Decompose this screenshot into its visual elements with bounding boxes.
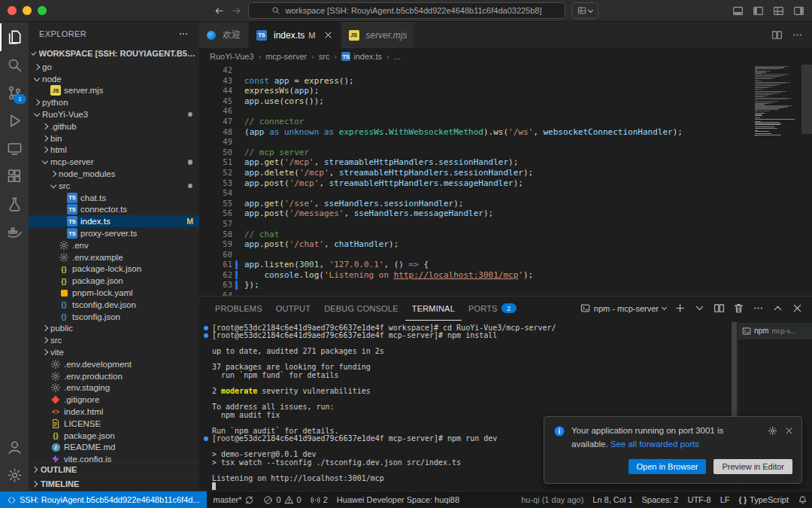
breadcrumb-item-mcp-server[interactable]: mcp-server	[265, 52, 307, 61]
close-window-button[interactable]	[8, 6, 17, 15]
minimize-window-button[interactable]	[23, 6, 32, 15]
chevron-right-icon[interactable]	[40, 136, 50, 141]
code-line[interactable]: 50// mcp server	[199, 148, 753, 158]
editor-scrollbar[interactable]	[801, 65, 812, 134]
tree-item-html[interactable]: html	[29, 144, 199, 157]
command-center[interactable]: workspace [SSH: RouyiAgent.b5cb54dd922e4…	[248, 2, 565, 19]
tree-item-src[interactable]: src	[29, 334, 199, 346]
tree-item-license[interactable]: LICENSE	[29, 418, 199, 430]
forwarded-ports-link[interactable]: See all forwarded ports	[611, 440, 699, 449]
code-line[interactable]: 51app.get('/mcp', streamableHttpHandlers…	[199, 157, 753, 168]
activity-docker-button[interactable]	[0, 218, 29, 246]
code-line[interactable]: 57	[199, 219, 753, 230]
tab-close-icon[interactable]	[323, 30, 333, 40]
breadcrumb-item-index-ts[interactable]: TSindex.ts	[341, 52, 382, 61]
navigate-back-button[interactable]	[214, 5, 225, 17]
code-line[interactable]: 46	[199, 106, 753, 117]
notification-settings-icon[interactable]	[768, 426, 777, 436]
scrollbar-thumb[interactable]	[732, 322, 737, 420]
tab-item[interactable]: 欢迎	[199, 22, 249, 48]
chevron-right-icon[interactable]	[40, 326, 50, 330]
chevron-down-icon[interactable]	[32, 113, 42, 116]
code-line[interactable]: 60	[199, 250, 753, 260]
code-line[interactable]: 49	[199, 137, 753, 148]
code-line[interactable]: 58// chat	[199, 230, 753, 240]
tree-item-tsconfig-json[interactable]: {}tsconfig.json	[29, 311, 199, 323]
toggle-secondary-sidebar-button[interactable]	[793, 5, 804, 17]
chevron-right-icon[interactable]	[32, 100, 42, 105]
tree-item-readme-md[interactable]: iREADME.md	[29, 442, 199, 454]
tree-item-node[interactable]: node	[29, 73, 199, 85]
tree-item-vite[interactable]: vite	[29, 346, 199, 358]
activity-extensions-button[interactable]	[0, 163, 29, 190]
tree-item-env-development[interactable]: .env.development	[29, 358, 199, 370]
panel-tab-ports[interactable]: PORTS2	[462, 297, 523, 321]
tree-item-gitignore[interactable]: .gitignore	[29, 394, 199, 406]
kill-terminal-button[interactable]	[733, 303, 744, 314]
cursor-position-indicator[interactable]: Ln 8, Col 1	[588, 491, 637, 508]
panel-tab-output[interactable]: OUTPUT	[269, 297, 317, 321]
remote-indicator[interactable]: SSH: RouyiAgent.b5cb54dd922e4648b11c6f4d…	[0, 491, 207, 508]
tree-item-server-mjs[interactable]: JSserver.mjs	[29, 85, 199, 97]
layout-dropdown-button[interactable]	[571, 2, 598, 19]
split-editor-button[interactable]	[771, 29, 783, 41]
terminal-more-actions-button[interactable]	[753, 303, 764, 314]
encoding-indicator[interactable]: UTF-8	[683, 491, 715, 508]
code-line[interactable]: 56app.post('/messages', sseHandlers.mess…	[199, 208, 753, 219]
tree-item-public[interactable]: public	[29, 323, 199, 335]
breadcrumb-item-item[interactable]: ...	[394, 52, 401, 61]
maximize-panel-button[interactable]	[772, 303, 783, 314]
tab-index-ts[interactable]: TSindex.tsM	[249, 22, 341, 48]
tree-item-package-json[interactable]: {}package.json	[29, 430, 199, 442]
eol-indicator[interactable]: LF	[716, 491, 735, 508]
editor-more-actions-button[interactable]	[792, 29, 803, 41]
tree-item-index-html[interactable]: <>index.html	[29, 406, 199, 418]
tree-item-node-modules[interactable]: node_modules	[29, 168, 199, 180]
code-line[interactable]: 54	[199, 188, 753, 199]
activity-flask-button[interactable]	[0, 190, 29, 218]
tree-item-vite-config-js[interactable]: vite.config.js	[29, 453, 199, 462]
chevron-right-icon[interactable]	[40, 338, 50, 342]
customize-layout-button[interactable]	[773, 5, 784, 17]
minimap[interactable]	[755, 66, 801, 296]
terminal-launch-profile-button[interactable]	[694, 303, 705, 314]
terminal-tab-item[interactable]: npmmcp-s...	[738, 323, 812, 339]
tree-item-package-lock-json[interactable]: {}package-lock.json	[29, 263, 199, 275]
notification-close-icon[interactable]	[784, 426, 794, 436]
notifications-bell[interactable]	[793, 491, 812, 508]
new-terminal-button[interactable]	[674, 303, 686, 314]
chevron-down-icon[interactable]	[40, 160, 50, 163]
problems-indicator[interactable]: 0 0	[259, 491, 305, 508]
code-line[interactable]: 62 console.log('Listening on http://loca…	[199, 270, 753, 281]
zoom-window-button[interactable]	[38, 6, 47, 15]
activity-debug-button[interactable]	[0, 107, 29, 135]
tree-item-pnpm-lock-yaml[interactable]: pnpm-lock.yaml	[29, 287, 199, 299]
tree-item-package-json[interactable]: {}package.json	[29, 275, 199, 287]
section-outline[interactable]: OUTLINE	[29, 462, 199, 476]
indentation-indicator[interactable]: Spaces: 2	[638, 491, 683, 508]
chevron-right-icon[interactable]	[40, 124, 50, 129]
breadcrumb-item-ruoyi-vue3[interactable]: RuoYi-Vue3	[210, 52, 254, 61]
panel-tab-debug-console[interactable]: DEBUG CONSOLE	[317, 297, 405, 321]
tree-item-proxy-server-ts[interactable]: TSproxy-server.ts	[29, 227, 199, 239]
git-blame-item[interactable]: hu-qi (1 day ago)	[517, 491, 588, 508]
code-line[interactable]: 47// connector	[199, 117, 753, 127]
chevron-down-icon[interactable]	[48, 184, 59, 187]
chevron-right-icon[interactable]	[48, 172, 59, 176]
section-timeline[interactable]: TIMELINE	[29, 476, 199, 491]
tree-item-chat-ts[interactable]: TSchat.ts	[29, 192, 199, 204]
activity-gear-button[interactable]	[0, 461, 29, 489]
huawei-status-item[interactable]: Huawei Developer Space: huqi88	[332, 491, 464, 508]
code-line[interactable]: 61app.listen(3001, '127.0.0.1', () => {	[199, 260, 753, 270]
close-panel-button[interactable]	[792, 303, 803, 314]
terminal-shell-picker[interactable]: npm - mcp-server	[580, 303, 666, 313]
code-line[interactable]: 64	[199, 291, 753, 295]
tree-item-index-ts[interactable]: TSindex.tsM	[29, 215, 199, 227]
tab-server-mjs[interactable]: JSserver.mjs	[341, 22, 416, 48]
activity-account-button[interactable]	[0, 433, 29, 461]
tree-item-connector-ts[interactable]: TSconnector.ts	[29, 204, 199, 216]
tree-item-python[interactable]: python	[29, 96, 199, 108]
split-terminal-button[interactable]	[714, 303, 725, 314]
tree-item-ruoyi-vue3[interactable]: RuoYi-Vue3	[29, 108, 199, 120]
tree-item-env-example[interactable]: .env.example	[29, 251, 199, 263]
